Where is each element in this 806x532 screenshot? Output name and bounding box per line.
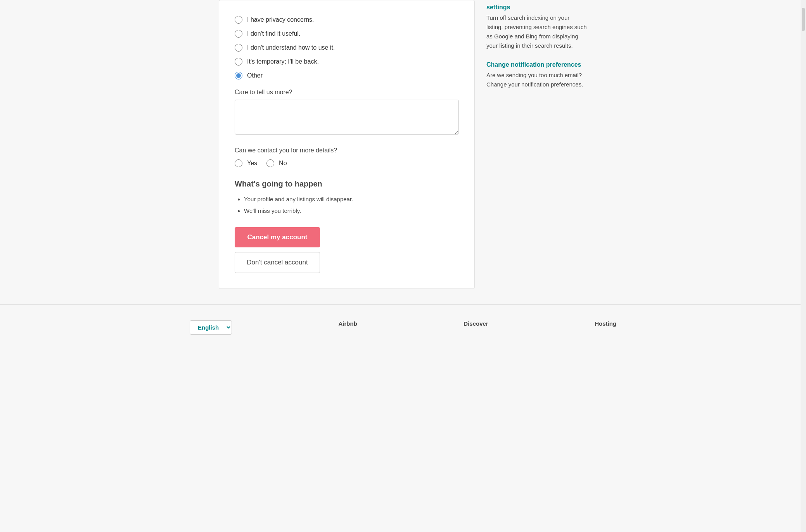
footer-col-discover: Discover	[464, 320, 488, 328]
reason-temporary[interactable]: It's temporary; I'll be back.	[235, 58, 459, 66]
form-card: I have privacy concerns. I don't find it…	[219, 0, 475, 289]
reason-other[interactable]: Other	[235, 72, 459, 79]
contact-yes[interactable]: Yes	[235, 159, 257, 167]
settings-link[interactable]: settings	[486, 4, 587, 11]
reason-other-label: Other	[247, 72, 263, 79]
reason-understand-label: I don't understand how to use it.	[247, 44, 335, 51]
search-indexing-text: Turn off search indexing on your listing…	[486, 13, 587, 50]
reason-useful-label: I don't find it useful.	[247, 30, 300, 37]
footer-discover-heading: Discover	[464, 320, 488, 327]
cancel-account-button[interactable]: Cancel my account	[235, 227, 320, 247]
radio-useful[interactable]	[235, 30, 242, 38]
dont-cancel-button[interactable]: Don't cancel account	[235, 252, 320, 273]
radio-temporary[interactable]	[235, 58, 242, 66]
notification-link[interactable]: Change notification preferences	[486, 61, 587, 68]
scrollbar-thumb[interactable]	[802, 8, 805, 31]
notification-text: Are we sending you too much email? Chang…	[486, 71, 587, 89]
reason-privacy[interactable]: I have privacy concerns.	[235, 16, 459, 24]
reason-useful[interactable]: I don't find it useful.	[235, 30, 459, 38]
reason-radio-group: I have privacy concerns. I don't find it…	[235, 16, 459, 79]
sidebar: settings Turn off search indexing on you…	[486, 0, 587, 289]
language-select[interactable]: English	[190, 320, 232, 335]
radio-yes[interactable]	[235, 159, 242, 167]
footer-col-hosting: Hosting	[595, 320, 616, 328]
radio-understand[interactable]	[235, 44, 242, 52]
footer-inner: English Airbnb Discover Hosting	[190, 320, 616, 335]
contact-no-label: No	[279, 160, 287, 167]
contact-yes-label: Yes	[247, 160, 257, 167]
what-happens-item-1: Your profile and any listings will disap…	[244, 195, 459, 204]
footer-airbnb-heading: Airbnb	[338, 320, 357, 327]
tell-more-textarea[interactable]	[235, 100, 459, 135]
what-happens-list: Your profile and any listings will disap…	[235, 195, 459, 216]
tell-more-label: Care to tell us more?	[235, 89, 459, 96]
reason-privacy-label: I have privacy concerns.	[247, 16, 314, 23]
contact-question: Can we contact you for more details?	[235, 147, 459, 154]
radio-no[interactable]	[266, 159, 274, 167]
footer-language: English	[190, 320, 232, 335]
what-happens-item-2: We'll miss you terribly.	[244, 206, 459, 216]
footer: English Airbnb Discover Hosting	[0, 304, 806, 350]
page-wrapper: I have privacy concerns. I don't find it…	[0, 0, 806, 350]
radio-privacy[interactable]	[235, 16, 242, 24]
what-happens-heading: What's going to happen	[235, 180, 459, 188]
contact-radio-row: Yes No	[235, 159, 459, 167]
main-content: I have privacy concerns. I don't find it…	[190, 0, 616, 289]
reason-understand[interactable]: I don't understand how to use it.	[235, 44, 459, 52]
contact-no[interactable]: No	[266, 159, 287, 167]
radio-other[interactable]	[235, 72, 242, 79]
scrollbar[interactable]	[801, 0, 806, 350]
reason-temporary-label: It's temporary; I'll be back.	[247, 58, 319, 65]
footer-col-airbnb: Airbnb	[338, 320, 357, 328]
footer-hosting-heading: Hosting	[595, 320, 616, 327]
